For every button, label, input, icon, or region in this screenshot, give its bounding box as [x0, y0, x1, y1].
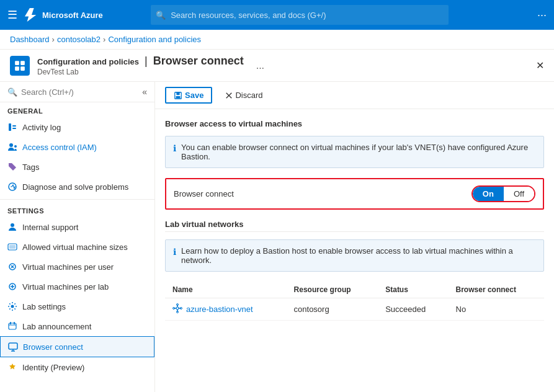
lab-settings-icon	[7, 301, 17, 311]
header-more-options[interactable]: ...	[256, 60, 264, 71]
svg-rect-3	[20, 66, 25, 71]
svg-point-18	[11, 305, 14, 308]
lab-vnet-title: Lab virtual networks	[165, 220, 544, 232]
diagnose-icon	[7, 182, 17, 192]
sidebar-label-browser-connect: Browser connect	[23, 342, 83, 352]
save-icon	[174, 91, 182, 100]
vnet-table: Name Resource group Status Browser conne…	[165, 282, 544, 321]
svg-rect-5	[12, 125, 16, 127]
sidebar-search-container[interactable]: 🔍 «	[0, 82, 154, 102]
sidebar-item-allowed-vm-sizes[interactable]: Allowed virtual machine sizes	[0, 237, 154, 257]
top-navigation: ☰ Microsoft Azure 🔍 ···	[0, 0, 554, 30]
sidebar-label-access-control: Access control (IAM)	[22, 143, 97, 152]
activity-log-icon	[7, 122, 17, 132]
content-area: Browser access to virtual machines ℹ You…	[155, 109, 554, 331]
page-title: Configuration and policies | Browser con…	[37, 55, 244, 68]
svg-rect-24	[176, 92, 179, 94]
svg-rect-0	[15, 61, 19, 65]
sidebar: 🔍 « General Activity log Access control …	[0, 82, 155, 392]
sidebar-label-tags: Tags	[22, 163, 39, 172]
sidebar-label-allowed-vm-sizes: Allowed virtual machine sizes	[22, 243, 128, 252]
toggle-off-button[interactable]: Off	[504, 187, 534, 201]
save-button[interactable]: Save	[165, 87, 212, 104]
main-container: 🔍 « General Activity log Access control …	[0, 82, 554, 392]
info-icon: ℹ	[173, 143, 176, 153]
sidebar-label-identity: Identity (Preview)	[22, 363, 84, 372]
sidebar-item-lab-announcement[interactable]: Lab announcement	[0, 316, 154, 336]
table-cell-status: Succeeded	[378, 298, 448, 321]
browser-connect-toggle-section: Browser connect On Off	[165, 178, 544, 210]
breadcrumb-lab[interactable]: contosolab2	[57, 35, 101, 44]
sidebar-label-diagnose: Diagnose and solve problems	[22, 182, 128, 192]
access-control-icon	[7, 142, 17, 152]
table-row: azure-bastion-vnet contosorg Succeeded N…	[165, 298, 544, 321]
svg-rect-21	[14, 322, 15, 324]
sidebar-label-lab-settings: Lab settings	[22, 302, 66, 311]
toggle-on-button[interactable]: On	[473, 187, 504, 201]
sidebar-item-lab-settings[interactable]: Lab settings	[0, 296, 154, 316]
sidebar-collapse-button[interactable]: «	[142, 87, 147, 97]
svg-rect-25	[176, 96, 181, 98]
browser-connect-icon	[8, 342, 18, 352]
on-off-toggle[interactable]: On Off	[471, 185, 535, 202]
table-header-browser-connect: Browser connect	[449, 282, 544, 298]
azure-logo-icon	[25, 8, 38, 22]
sidebar-label-internal-support: Internal support	[22, 223, 78, 232]
svg-rect-20	[10, 322, 11, 324]
sidebar-item-access-control[interactable]: Access control (IAM)	[0, 137, 154, 157]
sidebar-item-activity-log[interactable]: Activity log	[0, 117, 154, 137]
config-icon	[14, 60, 25, 71]
breadcrumb-config[interactable]: Configuration and policies	[108, 35, 201, 44]
vnet-icon	[172, 303, 182, 315]
svg-rect-4	[9, 123, 11, 131]
azure-logo: Microsoft Azure	[25, 8, 103, 22]
discard-icon	[225, 92, 233, 99]
svg-rect-13	[9, 245, 16, 249]
svg-point-28	[176, 307, 179, 310]
content-wrapper: Configuration and policies | Browser con…	[0, 50, 554, 392]
internal-support-icon	[7, 222, 17, 232]
sidebar-label-vm-per-lab: Virtual machines per lab	[22, 282, 109, 292]
sidebar-item-browser-connect[interactable]: Browser connect	[0, 336, 154, 357]
vm-per-user-icon	[7, 262, 17, 272]
discard-button[interactable]: Discard	[217, 87, 270, 103]
allowed-vm-sizes-icon	[7, 242, 17, 252]
sidebar-item-internal-support[interactable]: Internal support	[0, 217, 154, 237]
identity-icon	[7, 362, 17, 372]
svg-rect-1	[20, 61, 25, 65]
search-icon: 🔍	[156, 11, 166, 20]
page-title-block: Configuration and policies | Browser con…	[37, 55, 244, 76]
svg-rect-6	[12, 128, 16, 129]
table-cell-browser-connect: No	[449, 298, 544, 321]
browser-access-info: ℹ You can enable browser connect on virt…	[165, 136, 544, 168]
breadcrumb-dashboard[interactable]: Dashboard	[10, 35, 50, 44]
table-cell-name: azure-bastion-vnet	[165, 298, 287, 321]
svg-point-9	[10, 164, 12, 166]
sidebar-search-icon: 🔍	[7, 87, 17, 97]
sidebar-section-settings: Settings	[0, 202, 154, 217]
main-content: Save Discard Browser access to virtual m…	[155, 82, 554, 392]
svg-point-8	[14, 145, 17, 148]
lab-vnet-info-icon: ℹ	[173, 247, 176, 257]
sidebar-item-tags[interactable]: Tags	[0, 157, 154, 177]
browser-access-title: Browser access to virtual machines	[165, 119, 544, 128]
close-button[interactable]: ✕	[536, 60, 544, 71]
svg-rect-2	[15, 66, 19, 71]
sidebar-item-diagnose[interactable]: Diagnose and solve problems	[0, 177, 154, 197]
breadcrumb: Dashboard › contosolab2 › Configuration …	[0, 30, 554, 50]
lab-vnet-info: ℹ Learn how to deploy a Bastion host to …	[165, 239, 544, 272]
sidebar-item-vm-per-lab[interactable]: Virtual machines per lab	[0, 277, 154, 296]
hamburger-menu[interactable]: ☰	[7, 8, 17, 22]
sidebar-search-input[interactable]	[21, 87, 138, 97]
sidebar-section-general: General	[0, 102, 154, 117]
sidebar-item-vm-per-user[interactable]: Virtual machines per user	[0, 257, 154, 277]
global-search[interactable]: 🔍	[151, 5, 449, 25]
more-options-icon[interactable]: ···	[537, 9, 547, 22]
sidebar-label-lab-announcement: Lab announcement	[22, 322, 91, 331]
svg-point-7	[9, 143, 13, 147]
search-input[interactable]	[151, 5, 449, 25]
lab-announcement-icon	[7, 321, 17, 331]
sidebar-item-identity[interactable]: Identity (Preview)	[0, 357, 154, 377]
page-header-icon	[10, 56, 30, 76]
toolbar: Save Discard	[155, 82, 554, 109]
